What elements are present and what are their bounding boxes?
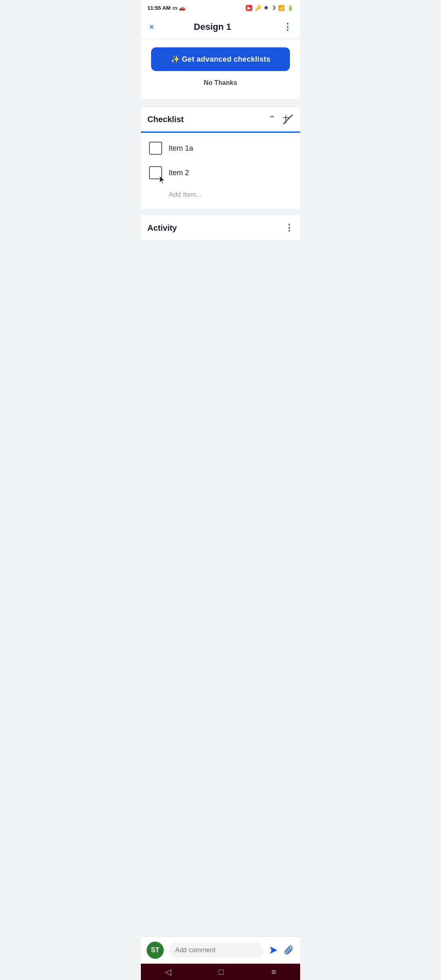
key-icon: 🔑: [255, 5, 261, 11]
wifi-icon: 📶: [278, 5, 285, 11]
add-item-placeholder[interactable]: Add item...: [169, 191, 202, 198]
collapse-checklist-button[interactable]: ⌃: [268, 114, 276, 125]
status-left: 11:55 AM ▭ 🚗: [147, 5, 185, 11]
item-label-2: Item 2: [169, 169, 189, 177]
status-time: 11:55 AM: [147, 5, 171, 11]
car-icon: 🚗: [179, 5, 185, 11]
promo-area: ✨ Get advanced checklists No Thanks: [141, 39, 300, 100]
no-thanks-button[interactable]: No Thanks: [200, 78, 241, 88]
status-right: ▶ 🔑 ✳ ☽ 📶 🔋: [246, 5, 294, 11]
checklist-section-header: Checklist ⌃: [141, 107, 300, 133]
app-bar: × Design 1 ⋮: [141, 15, 300, 39]
checkbox-item-1a[interactable]: [149, 142, 162, 155]
bluetooth-icon: ✳: [264, 5, 268, 11]
strikethrough-button[interactable]: [282, 114, 294, 125]
checklist-body: Item 1a Item 2 Add item...: [141, 133, 300, 209]
add-item-row[interactable]: Add item...: [141, 185, 300, 207]
svg-line-2: [283, 115, 292, 124]
activity-title: Activity: [147, 223, 285, 233]
activity-more-button[interactable]: ⋮: [285, 223, 294, 233]
more-options-button[interactable]: ⋮: [281, 20, 294, 34]
activity-header: Activity ⋮: [141, 215, 300, 241]
battery-icon: 🔋: [287, 5, 294, 11]
page-title: Design 1: [144, 22, 281, 32]
item-label-1a: Item 1a: [169, 144, 193, 153]
moon-icon: ☽: [271, 5, 276, 11]
get-advanced-checklists-button[interactable]: ✨ Get advanced checklists: [151, 47, 290, 71]
checklist-item-1a[interactable]: Item 1a: [141, 136, 300, 160]
checklist-item-2[interactable]: Item 2: [141, 160, 300, 185]
mouse-cursor-icon: [159, 175, 167, 185]
status-bar: 11:55 AM ▭ 🚗 ▶ 🔑 ✳ ☽ 📶 🔋: [141, 0, 300, 15]
activity-body: [141, 241, 300, 388]
checklist-title: Checklist: [147, 115, 268, 124]
activity-section: Activity ⋮: [141, 215, 300, 388]
checklist-header-icons: ⌃: [268, 114, 294, 125]
video-icon: ▭: [172, 5, 177, 11]
rec-icon: ▶: [246, 5, 252, 11]
